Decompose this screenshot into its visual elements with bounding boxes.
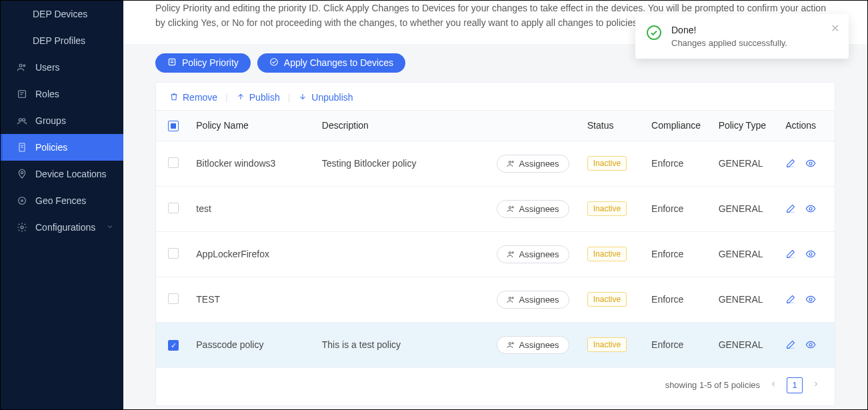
apply-changes-button[interactable]: Apply Changes to Devices (257, 53, 405, 73)
button-label: Apply Changes to Devices (284, 57, 393, 68)
view-button[interactable] (805, 249, 816, 259)
policies-icon (17, 142, 27, 153)
assignees-button[interactable]: Assignees (497, 245, 569, 263)
select-all-checkbox[interactable] (168, 121, 179, 131)
cell-policy-type: GENERAL (712, 141, 779, 186)
edit-button[interactable] (785, 294, 796, 305)
cell-description (315, 277, 490, 322)
row-checkbox[interactable] (168, 248, 179, 259)
table-row: AppLockerFirefoxAssigneesInactiveEnforce… (156, 231, 835, 277)
row-actions (785, 294, 828, 305)
assignees-button[interactable]: Assignees (497, 336, 569, 354)
row-checkbox[interactable] (168, 157, 179, 168)
cell-policy-name: Bitlocker windows3 (189, 141, 315, 186)
row-actions (785, 339, 828, 350)
svg-point-26 (809, 343, 812, 346)
sidebar-item-label: Configurations (35, 222, 95, 233)
table-row: TESTAssigneesInactiveEnforceGENERAL (156, 277, 835, 322)
view-button[interactable] (805, 203, 816, 214)
svg-point-23 (809, 298, 812, 301)
pagination: showing 1-5 of 5 policies 1 (156, 368, 835, 405)
prev-page[interactable] (767, 379, 780, 391)
svg-point-25 (512, 342, 513, 343)
svg-point-24 (509, 342, 511, 344)
sidebar-item-label: DEP Devices (33, 9, 87, 19)
col-policy-type[interactable]: Policy Type (712, 110, 779, 141)
cell-compliance: Enforce (645, 141, 712, 186)
col-description[interactable]: Description (315, 110, 490, 141)
page-number-current[interactable]: 1 (787, 377, 803, 393)
sidebar-item-label: Users (35, 62, 60, 73)
cell-policy-type: GENERAL (712, 322, 779, 367)
geofence-icon (17, 195, 27, 206)
sidebar-item-dep-devices[interactable]: DEP Devices (1, 1, 123, 27)
sidebar-item-label: Roles (35, 89, 59, 99)
sidebar-item-configurations[interactable]: Configurations (1, 214, 123, 241)
col-policy-name[interactable]: Policy Name (189, 110, 315, 141)
publish-action[interactable]: Publish (232, 92, 284, 103)
view-button[interactable] (805, 339, 816, 350)
policy-priority-button[interactable]: Policy Priority (155, 53, 251, 73)
next-page[interactable] (809, 379, 823, 391)
toast-close-button[interactable]: ✕ (831, 22, 839, 35)
status-badge: Inactive (587, 156, 627, 171)
assignees-label: Assignees (519, 249, 559, 259)
svg-point-27 (647, 26, 661, 39)
edit-button[interactable] (785, 158, 796, 169)
divider: | (287, 92, 292, 103)
svg-point-4 (23, 119, 25, 121)
svg-point-6 (21, 171, 23, 173)
status-badge: Inactive (587, 201, 627, 216)
unpublish-action[interactable]: Unpublish (294, 92, 357, 103)
svg-rect-2 (19, 91, 26, 98)
cell-policy-name: test (189, 186, 315, 231)
sidebar-item-device-locations[interactable]: Device Locations (1, 161, 123, 187)
assignees-button[interactable]: Assignees (497, 291, 569, 309)
svg-point-0 (19, 64, 22, 67)
svg-point-12 (509, 161, 511, 163)
col-actions: Actions (779, 110, 835, 141)
assignees-button[interactable]: Assignees (497, 155, 569, 173)
sidebar-item-users[interactable]: Users (1, 54, 123, 81)
col-status[interactable]: Status (581, 110, 645, 141)
remove-action[interactable]: Remove (165, 92, 221, 103)
row-checkbox[interactable] (168, 293, 179, 304)
action-label: Publish (249, 92, 280, 103)
sidebar-item-groups[interactable]: Groups (1, 107, 123, 134)
edit-button[interactable] (785, 203, 796, 214)
view-button[interactable] (805, 158, 816, 169)
row-actions (785, 249, 828, 259)
cell-compliance: Enforce (645, 186, 712, 231)
list-icon (167, 57, 177, 69)
publish-icon (236, 92, 245, 103)
sidebar-item-roles[interactable]: Roles (1, 81, 123, 107)
sidebar-item-dep-profiles[interactable]: DEP Profiles (1, 27, 123, 54)
row-actions (785, 158, 828, 169)
view-button[interactable] (805, 294, 816, 305)
edit-button[interactable] (785, 339, 796, 350)
assignees-button[interactable]: Assignees (497, 200, 569, 218)
users-icon (17, 62, 27, 73)
cell-compliance: Enforce (645, 277, 712, 322)
sidebar-item-label: DEP Profiles (33, 35, 85, 46)
svg-point-17 (809, 207, 812, 210)
sidebar-item-label: Policies (35, 142, 67, 153)
action-label: Remove (183, 92, 217, 103)
edit-button[interactable] (785, 249, 796, 259)
users-icon (507, 295, 515, 304)
cell-policy-type: GENERAL (712, 186, 779, 231)
svg-point-1 (23, 65, 25, 67)
svg-point-16 (512, 206, 513, 207)
policies-card: Remove | Publish | Unpublish (155, 82, 835, 406)
row-checkbox[interactable] (168, 340, 179, 351)
cell-description: This is a test policy (315, 322, 490, 367)
sidebar-item-geo-fences[interactable]: Geo Fences (1, 187, 123, 214)
sidebar-item-policies[interactable]: Policies (1, 134, 123, 161)
svg-point-8 (21, 200, 23, 202)
status-badge: Inactive (587, 337, 627, 352)
col-compliance[interactable]: Compliance (645, 110, 712, 141)
row-checkbox[interactable] (168, 203, 179, 213)
status-badge: Inactive (587, 292, 627, 307)
svg-point-13 (512, 161, 513, 162)
table-action-bar: Remove | Publish | Unpublish (156, 83, 835, 110)
